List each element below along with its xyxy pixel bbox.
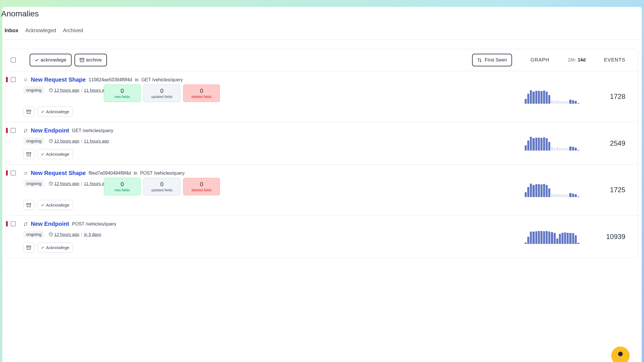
button-label: Acknowlege xyxy=(46,203,69,207)
archive-icon xyxy=(26,152,31,157)
sort-button[interactable]: First Seen xyxy=(472,54,512,66)
row-acknowledge-button[interactable]: Acknowlege xyxy=(37,200,73,210)
row-archive-button[interactable] xyxy=(23,200,34,210)
last-seen-link[interactable]: in 3 days xyxy=(84,232,101,237)
anomaly-list: acknowlege archive First Seen GRAPH 24h1… xyxy=(6,49,638,258)
anomaly-title-link[interactable]: New Request Shape xyxy=(31,170,86,176)
status-badge: ongoing xyxy=(23,86,44,94)
first-seen-link[interactable]: 12 hours ago xyxy=(54,181,79,186)
updated-fields-count: 0 xyxy=(160,88,163,94)
updated-fields-box: 0 updated fields xyxy=(143,178,180,195)
check-icon xyxy=(41,110,44,113)
anomaly-title-link[interactable]: New Endpoint xyxy=(31,221,69,227)
new-fields-count: 0 xyxy=(120,181,124,188)
button-label: Acknowlege xyxy=(46,245,69,250)
tabs-bar: InboxAcknowlegedArchived xyxy=(2,18,642,40)
anomaly-row: New Endpoint POST /vehicles/query ongoin… xyxy=(6,215,638,258)
row-acknowledge-button[interactable]: Acknowlege xyxy=(37,242,73,253)
check-icon xyxy=(41,153,44,156)
page-title: Anomalies xyxy=(1,7,642,18)
status-badge: ongoing xyxy=(23,137,44,145)
updated-fields-box: 0 updated fields xyxy=(143,84,180,102)
deleted-fields-count: 0 xyxy=(200,88,203,94)
anomaly-title-link[interactable]: New Endpoint xyxy=(31,127,69,134)
deleted-fields-label: deleted fields xyxy=(191,95,212,99)
anomaly-title-link[interactable]: New Request Shape xyxy=(31,76,86,83)
status-badge: ongoing xyxy=(23,180,44,187)
clock-icon xyxy=(49,139,53,143)
row-checkbox[interactable] xyxy=(11,77,16,82)
button-label: Acknowlege xyxy=(46,152,69,157)
event-count: 2549 xyxy=(602,139,625,147)
clock-icon xyxy=(49,232,53,236)
anomaly-row: New Request Shape 110824ae50394f9f4d in … xyxy=(6,71,638,122)
event-sparkline xyxy=(525,136,579,151)
button-label: Acknowlege xyxy=(46,109,69,114)
field-changes: 0 new fields 0 updated fields 0 deleted … xyxy=(104,84,525,102)
updated-fields-label: updated fields xyxy=(151,188,173,192)
row-checkbox[interactable] xyxy=(11,170,16,176)
button-label: acknowlege xyxy=(41,57,66,63)
row-archive-button[interactable] xyxy=(23,242,34,253)
row-archive-button[interactable] xyxy=(23,149,34,159)
deleted-fields-box: 0 deleted fields xyxy=(183,84,220,102)
tab-inbox[interactable]: Inbox xyxy=(5,28,18,35)
row-acknowledge-button[interactable]: Acknowlege xyxy=(37,107,73,117)
last-seen-link[interactable]: 11 hours ago xyxy=(84,138,109,143)
in-word: in xyxy=(134,171,137,176)
sort-icon xyxy=(477,58,482,62)
anomaly-endpoint: GET /vehicles/query xyxy=(141,77,183,82)
new-fields-label: new fields xyxy=(114,95,130,99)
first-seen-link[interactable]: 12 hours ago xyxy=(54,138,79,143)
anomaly-hash: 110824ae50394f9f4d xyxy=(89,77,132,82)
shape-icon xyxy=(23,78,28,82)
event-sparkline xyxy=(525,89,579,104)
check-icon xyxy=(41,246,44,249)
event-sparkline xyxy=(525,183,579,197)
first-seen-link[interactable]: 12 hours ago xyxy=(54,232,79,237)
row-checkbox[interactable] xyxy=(11,221,16,226)
archive-icon xyxy=(80,58,84,62)
row-acknowledge-button[interactable]: Acknowlege xyxy=(37,149,73,159)
status-badge: ongoing xyxy=(23,231,44,238)
event-count: 1725 xyxy=(602,186,625,194)
deleted-fields-box: 0 deleted fields xyxy=(183,178,220,195)
events-column-header: EVENTS xyxy=(604,57,625,63)
acknowledge-button[interactable]: acknowlege xyxy=(30,54,72,66)
clock-icon xyxy=(49,182,53,186)
row-archive-button[interactable] xyxy=(23,107,34,117)
time-info: 12 hours ago | in 3 days xyxy=(49,232,101,237)
select-all-checkbox[interactable] xyxy=(11,57,16,63)
time-info: 12 hours ago | 11 hours ago xyxy=(49,138,109,143)
anomaly-row: New Endpoint GET /vehicles/query ongoing… xyxy=(6,122,638,165)
time-option-24h[interactable]: 24h xyxy=(568,57,576,63)
help-icon xyxy=(618,352,623,356)
tab-acknowleged[interactable]: Acknowleged xyxy=(25,28,56,35)
updated-fields-label: updated fields xyxy=(151,95,173,99)
endpoint-icon xyxy=(23,128,28,133)
archive-button[interactable]: archive xyxy=(74,54,107,66)
endpoint-icon xyxy=(23,222,28,226)
first-seen-link[interactable]: 12 hours ago xyxy=(54,88,79,93)
tab-archived[interactable]: Archived xyxy=(63,28,83,35)
new-fields-box: 0 new fields xyxy=(104,84,141,102)
check-icon xyxy=(35,58,39,62)
deleted-fields-label: deleted fields xyxy=(191,188,212,192)
anomaly-endpoint: POST /vehicles/query xyxy=(72,222,116,227)
anomaly-row: New Request Shape f9ed7e0940494f9f4d in … xyxy=(6,165,638,215)
time-range-toggle: 24h14d xyxy=(568,57,586,63)
button-label: archive xyxy=(86,57,102,63)
archive-icon xyxy=(26,245,31,250)
severity-marker xyxy=(6,221,8,226)
event-count: 10939 xyxy=(602,233,625,241)
time-option-14d[interactable]: 14d xyxy=(578,57,586,63)
severity-marker xyxy=(6,77,8,82)
field-changes: 0 new fields 0 updated fields 0 deleted … xyxy=(104,178,525,195)
new-fields-box: 0 new fields xyxy=(104,178,141,195)
updated-fields-count: 0 xyxy=(160,181,163,188)
new-fields-label: new fields xyxy=(114,188,130,192)
row-checkbox[interactable] xyxy=(11,128,16,133)
severity-marker xyxy=(6,170,8,176)
graph-column-header: GRAPH xyxy=(530,57,549,63)
anomaly-endpoint: POST /vehicles/query xyxy=(140,171,184,176)
